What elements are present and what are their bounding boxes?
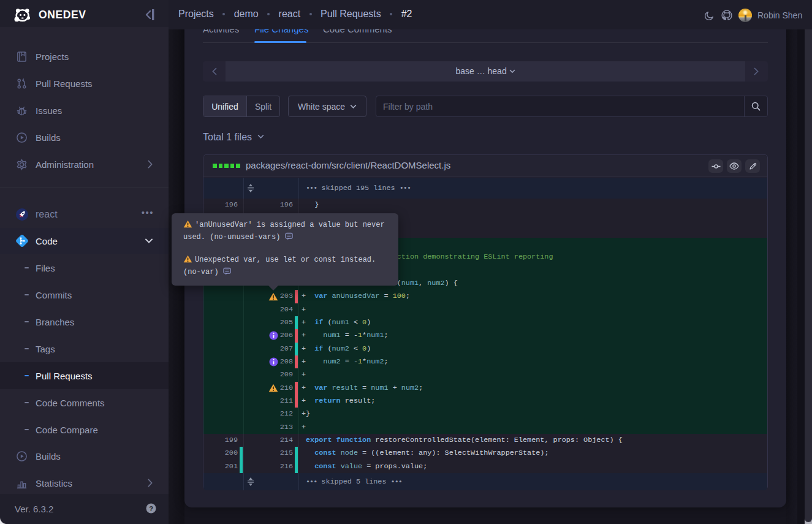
svg-text:?: ?	[149, 505, 153, 512]
